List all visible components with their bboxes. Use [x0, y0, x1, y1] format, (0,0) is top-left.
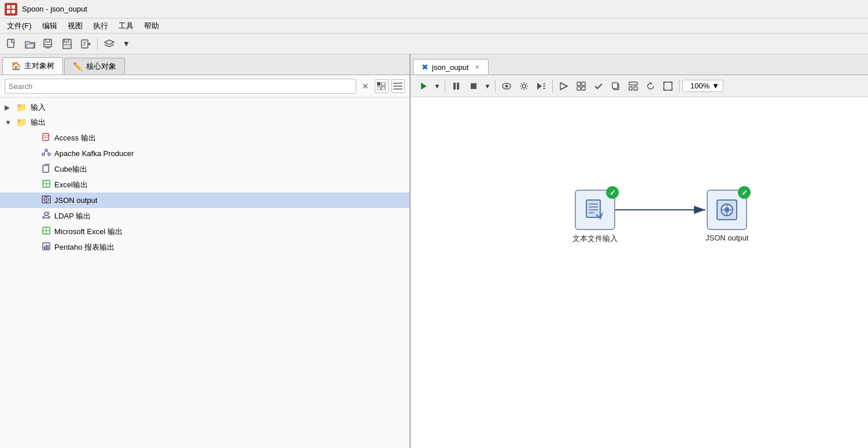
- svg-rect-75: [664, 82, 672, 90]
- debug-button[interactable]: [556, 78, 572, 94]
- preview-button[interactable]: [498, 78, 515, 94]
- svg-marker-63: [560, 83, 567, 90]
- svg-rect-1: [7, 5, 10, 9]
- access-output-icon: [42, 132, 51, 143]
- menu-tools[interactable]: 工具: [114, 20, 138, 32]
- menu-file[interactable]: 文件(F): [2, 20, 36, 32]
- svg-rect-68: [577, 87, 581, 90]
- svg-marker-17: [105, 40, 114, 45]
- tab-core-objects[interactable]: ✏️ 核心对象: [64, 58, 125, 75]
- svg-rect-3: [7, 10, 10, 13]
- tree-item-cube-output[interactable]: Cube输出: [0, 161, 409, 177]
- svg-rect-78: [586, 200, 600, 217]
- svg-rect-49: [44, 246, 45, 249]
- canvas-area[interactable]: ✓ 文本文件输入 ✓: [411, 97, 868, 448]
- cube-icon: [42, 164, 51, 175]
- rt-separator-2: [495, 80, 496, 92]
- tree-item-ms-excel-output[interactable]: Microsoft Excel 输出: [0, 224, 409, 239]
- svg-text:X: X: [43, 181, 45, 184]
- export-button[interactable]: [77, 36, 94, 52]
- svg-rect-50: [46, 245, 47, 249]
- output-group-label: 输出: [31, 117, 46, 128]
- text-input-node-box[interactable]: ✓: [575, 190, 615, 230]
- tree-item-excel-output[interactable]: X Excel输出: [0, 177, 409, 192]
- menu-help[interactable]: 帮助: [139, 20, 164, 32]
- search-list-view-button[interactable]: [391, 79, 405, 93]
- output-group-folder-icon: 📁: [16, 117, 27, 128]
- svg-rect-8: [44, 45, 51, 47]
- flow-arrow-1: [411, 97, 868, 448]
- title-bar: Spoon - json_ouput: [0, 0, 868, 18]
- new-button[interactable]: [3, 36, 20, 52]
- settings-button[interactable]: [516, 78, 532, 94]
- json-output-node[interactable]: ✓ JSON output: [706, 190, 748, 242]
- check-button[interactable]: [590, 78, 607, 94]
- svg-line-32: [47, 151, 49, 153]
- layout-button[interactable]: [625, 78, 641, 94]
- layers-dropdown-button[interactable]: ▼: [120, 38, 133, 50]
- main-objects-tab-icon: 🏠: [11, 61, 21, 71]
- svg-rect-33: [43, 165, 49, 172]
- svg-point-43: [46, 199, 47, 201]
- tree-item-ldap-output[interactable]: LDAP 输出: [0, 208, 409, 224]
- json-output-node-box[interactable]: ✓: [707, 190, 747, 230]
- left-panel: 🏠 主对象树 ✏️ 核心对象 ✕: [0, 54, 411, 448]
- right-panel: ✖ json_ouput ✕ ▼ ▼: [411, 54, 868, 448]
- open-button[interactable]: [22, 36, 38, 52]
- kafka-icon: [42, 148, 51, 159]
- svg-rect-69: [582, 87, 585, 90]
- window-title: Spoon - json_ouput: [22, 5, 87, 13]
- core-objects-tab-label: 核心对象: [86, 61, 116, 72]
- menu-edit[interactable]: 编辑: [38, 20, 62, 32]
- right-tab-close-button[interactable]: ✕: [475, 64, 480, 71]
- run-dropdown-button[interactable]: ▼: [433, 78, 442, 94]
- svg-rect-71: [612, 83, 618, 88]
- refresh-button[interactable]: [642, 78, 659, 94]
- svg-point-30: [48, 153, 50, 155]
- svg-rect-25: [43, 134, 49, 140]
- main-layout: 🏠 主对象树 ✏️ 核心对象 ✕: [0, 54, 868, 448]
- copy-button[interactable]: [608, 78, 624, 94]
- zoom-value: 100%: [686, 82, 710, 90]
- layers-button[interactable]: [101, 36, 117, 52]
- search-clear-button[interactable]: ✕: [360, 80, 371, 92]
- right-tab-json-ouput[interactable]: ✖ json_ouput ✕: [413, 59, 489, 75]
- access-output-label: Access 输出: [54, 133, 96, 143]
- menu-run[interactable]: 执行: [88, 20, 113, 32]
- menu-view[interactable]: 视图: [63, 20, 87, 32]
- tree-container[interactable]: ▶ 📁 输入 ▼ 📁 输出: [0, 98, 409, 448]
- fit-screen-button[interactable]: [660, 78, 676, 94]
- save-button[interactable]: [59, 36, 75, 52]
- zoom-dropdown[interactable]: 100% ▼: [682, 80, 723, 92]
- search-grid-view-button[interactable]: [375, 79, 389, 93]
- save-all-button[interactable]: [40, 36, 57, 52]
- svg-rect-72: [629, 82, 637, 85]
- tree-item-kafka-producer[interactable]: Apache Kafka Producer: [0, 146, 409, 161]
- stop-dropdown-button[interactable]: ▼: [483, 78, 492, 94]
- ldap-icon: [42, 210, 51, 221]
- rt-separator-1: [445, 80, 445, 92]
- svg-line-31: [44, 151, 46, 153]
- tree-item-input-group[interactable]: ▶ 📁 输入: [0, 100, 409, 115]
- svg-rect-18: [377, 82, 381, 86]
- stop-button[interactable]: [466, 78, 482, 94]
- step-metrics-button[interactable]: [573, 78, 589, 94]
- tree-item-pentaho-report[interactable]: Pentaho 报表输出: [0, 239, 409, 255]
- tree-item-output-group[interactable]: ▼ 📁 输出: [0, 115, 409, 130]
- text-input-node[interactable]: ✓ 文本文件输入: [572, 190, 618, 244]
- svg-rect-7: [46, 39, 50, 42]
- tree-item-json-output[interactable]: JSON output: [0, 192, 409, 208]
- svg-marker-59: [537, 83, 542, 90]
- svg-point-28: [45, 149, 47, 151]
- search-bar: ✕: [0, 75, 409, 98]
- search-input[interactable]: [5, 79, 356, 94]
- svg-rect-20: [377, 87, 381, 90]
- svg-rect-74: [634, 87, 637, 90]
- tree-item-access-output[interactable]: Access 输出: [0, 130, 409, 146]
- kafka-producer-label: Apache Kafka Producer: [54, 149, 134, 158]
- tab-main-objects[interactable]: 🏠 主对象树: [2, 57, 63, 75]
- run-config-button[interactable]: [533, 78, 549, 94]
- run-button[interactable]: [415, 78, 431, 94]
- json-output-label: JSON output: [54, 196, 97, 205]
- pause-button[interactable]: [448, 78, 464, 94]
